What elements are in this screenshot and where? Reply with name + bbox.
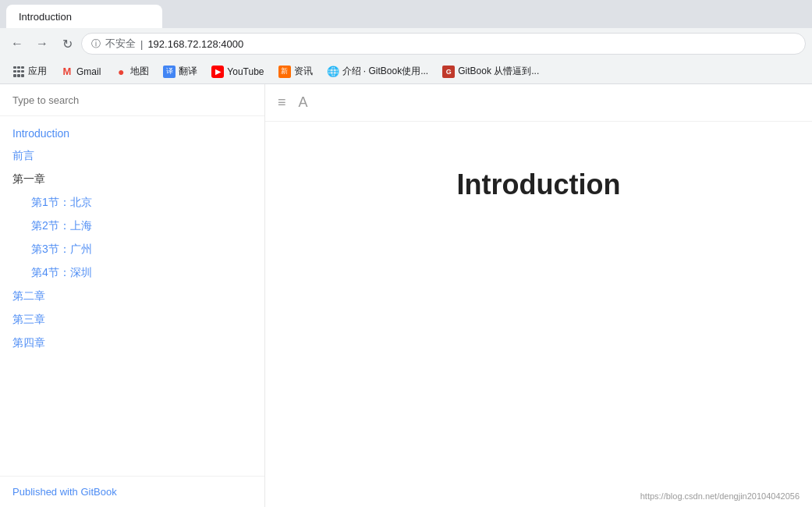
maps-icon: ● <box>115 66 127 78</box>
bookmarks-bar: 应用 M Gmail ● 地图 译 翻译 ▶ YouTube 新 资讯 🌐 介绍… <box>0 59 812 84</box>
gitbook-red-icon: G <box>442 66 455 78</box>
sidebar-item-chapter4[interactable]: 第四章 <box>0 332 264 355</box>
sidebar-item-chapter1[interactable]: 第一章 <box>0 168 264 191</box>
bookmark-youtube-label: YouTube <box>227 66 264 77</box>
bookmark-gitbook-intro[interactable]: 🌐 介绍 · GitBook使用... <box>321 63 435 80</box>
status-bar-link: https://blog.csdn.net/dengjin20104042056 <box>640 491 800 501</box>
bookmark-gitbook-intro-label: 介绍 · GitBook使用... <box>342 65 429 78</box>
translate-icon: 译 <box>163 66 176 78</box>
sidebar-item-chapter3[interactable]: 第三章 <box>0 308 264 332</box>
menu-icon[interactable]: ≡ <box>278 94 286 111</box>
page-title: Introduction <box>457 168 621 201</box>
sidebar: Introduction 前言 第一章 第1节：北京 第2节：上海 第3节：广州… <box>0 84 265 507</box>
youtube-icon: ▶ <box>211 66 224 78</box>
tab-title: Introduction <box>19 11 72 23</box>
browser-chrome: Introduction ← → ↻ ⓘ 不安全 | 192.168.72.12… <box>0 0 812 84</box>
nav-bar: ← → ↻ ⓘ 不安全 | 192.168.72.128:4000 <box>0 28 812 59</box>
forward-button[interactable]: → <box>31 33 53 55</box>
sidebar-item-preface[interactable]: 前言 <box>0 144 264 168</box>
apps-icon <box>12 66 25 78</box>
search-bar[interactable] <box>0 84 264 116</box>
sidebar-footer-label: Published with GitBook <box>12 486 117 498</box>
gmail-icon: M <box>61 66 73 78</box>
insecure-icon: ⓘ <box>91 37 101 51</box>
bookmark-apps[interactable]: 应用 <box>6 63 53 80</box>
sidebar-item-ch1-sec4-label: 第4节：深圳 <box>31 266 92 278</box>
main-layout: Introduction 前言 第一章 第1节：北京 第2节：上海 第3节：广州… <box>0 84 812 507</box>
tab-bar: Introduction <box>0 0 812 28</box>
bookmark-maps-label: 地图 <box>130 65 149 78</box>
bookmark-gitbook-main-label: GitBook 从懵逼到... <box>458 65 539 78</box>
font-icon[interactable]: A <box>299 94 308 111</box>
back-button[interactable]: ← <box>6 33 28 55</box>
sidebar-item-ch1-sec1-label: 第1节：北京 <box>31 196 92 208</box>
sidebar-item-ch1-sec2-label: 第2节：上海 <box>31 219 92 232</box>
sidebar-item-chapter4-label: 第四章 <box>12 336 45 349</box>
bookmark-youtube[interactable]: ▶ YouTube <box>205 64 270 80</box>
news-icon: 新 <box>278 66 291 78</box>
bookmark-news[interactable]: 新 资讯 <box>272 63 319 80</box>
globe-icon: 🌐 <box>327 66 339 78</box>
content-toolbar: ≡ A <box>265 84 812 122</box>
bookmark-translate[interactable]: 译 翻译 <box>157 63 204 80</box>
sidebar-item-ch1-sec2[interactable]: 第2节：上海 <box>0 214 264 238</box>
bookmark-gmail[interactable]: M Gmail <box>55 64 107 80</box>
reload-button[interactable]: ↻ <box>56 33 78 55</box>
bookmark-maps[interactable]: ● 地图 <box>108 63 155 80</box>
bookmark-gitbook-main[interactable]: G GitBook 从懵逼到... <box>436 63 545 80</box>
sidebar-item-chapter1-label: 第一章 <box>12 172 45 185</box>
url-text: 192.168.72.128:4000 <box>147 38 243 50</box>
sidebar-item-ch1-sec1[interactable]: 第1节：北京 <box>0 191 264 214</box>
sidebar-item-preface-label: 前言 <box>12 149 34 161</box>
sidebar-item-ch1-sec4[interactable]: 第4节：深圳 <box>0 261 264 285</box>
content-area: ≡ A Introduction https://blog.csdn.net/d… <box>265 84 812 507</box>
sidebar-item-chapter2[interactable]: 第二章 <box>0 285 264 308</box>
sidebar-item-ch1-sec3-label: 第3节：广州 <box>31 243 92 255</box>
bookmark-news-label: 资讯 <box>294 65 313 78</box>
active-tab[interactable]: Introduction <box>6 5 162 28</box>
bookmark-gmail-label: Gmail <box>76 66 101 77</box>
insecure-label: 不安全 <box>105 37 136 51</box>
sidebar-nav: Introduction 前言 第一章 第1节：北京 第2节：上海 第3节：广州… <box>0 116 264 476</box>
search-input[interactable] <box>12 94 252 106</box>
bookmark-translate-label: 翻译 <box>179 65 197 78</box>
sidebar-footer[interactable]: Published with GitBook <box>0 476 264 507</box>
sidebar-item-ch1-sec3[interactable]: 第3节：广州 <box>0 238 264 261</box>
content-body: Introduction https://blog.csdn.net/dengj… <box>265 122 812 507</box>
address-bar[interactable]: ⓘ 不安全 | 192.168.72.128:4000 <box>81 33 806 55</box>
sidebar-item-chapter3-label: 第三章 <box>12 313 45 325</box>
sidebar-item-introduction-label: Introduction <box>12 127 69 140</box>
sidebar-item-chapter2-label: 第二章 <box>12 289 45 302</box>
separator: | <box>140 38 143 50</box>
bookmark-apps-label: 应用 <box>28 65 47 78</box>
sidebar-item-introduction[interactable]: Introduction <box>0 122 264 144</box>
